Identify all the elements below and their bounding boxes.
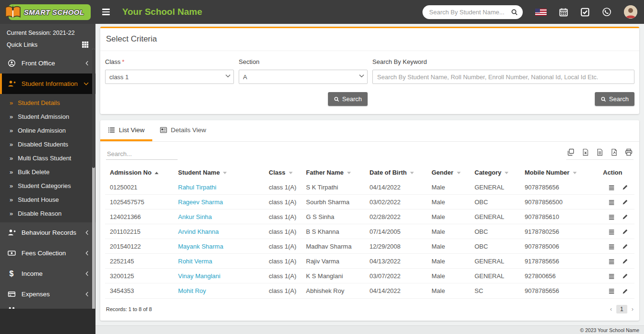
student-name-link[interactable]: Rageev Sharma [178,198,223,206]
row-edit-icon[interactable] [622,258,628,264]
col-action: Action [599,165,634,180]
sort-icon [347,172,351,174]
student-name-link[interactable]: Rohit Verma [178,258,212,265]
search-icon[interactable] [511,9,518,16]
sidebar-item-student-details[interactable]: » Student Details [0,96,95,110]
sort-icon [223,172,227,174]
card-title: Select Criteria [100,28,639,51]
row-edit-icon[interactable] [622,229,628,235]
copy-icon[interactable] [567,148,575,156]
student-name-link[interactable]: Mayank Sharma [178,243,223,250]
table-row: 2252145 Rohit Verma class 1(A) Rajiv Var… [105,254,634,269]
quick-links-label: Quick Links [7,42,38,48]
global-student-search-input[interactable] [429,9,511,16]
sort-icon [505,172,508,174]
double-angle-icon: » [10,99,13,106]
keyword-search-button[interactable]: Search [595,92,634,106]
sidebar-item-multi-class-student[interactable]: » Multi Class Student [0,151,95,165]
row-edit-icon[interactable] [622,243,628,250]
student-name-link[interactable]: Vinay Manglani [178,272,221,280]
quick-links-grid-icon[interactable] [82,41,89,48]
sidebar-item-fees-collection[interactable]: Fees Collection [0,243,95,263]
tab-list-view[interactable]: List View [100,120,152,141]
col-student-name[interactable]: Student Name [174,165,265,180]
sidebar-item-expenses[interactable]: Expenses [0,284,95,304]
table-row: 1025457575 Rageev Sharma class 1(A) Sour… [105,195,634,209]
required-asterisk: * [122,58,125,65]
class-select[interactable]: class 1 [105,70,234,84]
task-check-icon[interactable] [581,8,590,17]
chevron-left-icon [85,250,89,256]
chevron-left-icon [85,230,89,235]
row-details-icon[interactable] [608,184,615,191]
col-category[interactable]: Category [471,165,521,180]
col-gender[interactable]: Gender [428,165,471,180]
tab-details-view[interactable]: Details View [152,120,214,141]
calendar-icon[interactable] [559,8,568,17]
pagination-page-1[interactable]: 1 [616,305,627,313]
export-pdf-icon[interactable] [611,148,618,156]
keyword-input[interactable] [372,70,634,84]
chevron-left-icon [85,61,89,66]
row-details-icon[interactable] [608,243,615,250]
row-details-icon[interactable] [608,258,615,265]
row-details-icon[interactable] [608,273,615,280]
col-father-name[interactable]: Father Name [302,165,366,180]
sidebar-item-student-categories[interactable]: » Student Categories [0,179,95,193]
print-icon[interactable] [625,148,633,156]
sidebar-item-online-admission[interactable]: » Online Admission [0,124,95,137]
row-details-icon[interactable] [608,214,615,220]
col-date-of-birth[interactable]: Date of Birth [366,165,428,180]
pagination-prev-icon[interactable]: ‹ [610,305,612,313]
export-excel-icon[interactable] [582,148,589,156]
sidebar-item-partial[interactable] [0,304,95,309]
language-flag-icon[interactable] [535,9,547,16]
sidebar-item-student-information[interactable]: Student Information [0,73,95,94]
table-filter-input[interactable] [106,148,178,160]
sidebar-toggle-hamburger-icon[interactable] [102,9,110,15]
sidebar-item-income[interactable]: $ Income [0,263,95,284]
col-admission-no[interactable]: Admission No [105,165,174,180]
col-mobile-number[interactable]: Mobile Number [521,165,599,180]
sidebar-scrollbar[interactable] [92,49,95,309]
row-edit-icon[interactable] [622,199,628,205]
sidebar-item-behaviour-records[interactable]: Behaviour Records [0,222,95,243]
dollar-icon: $ [7,270,16,278]
sidebar-item-student-house[interactable]: » Student House [0,193,95,207]
criteria-search-button[interactable]: Search [328,92,368,106]
row-edit-icon[interactable] [622,273,628,279]
table-row: 124021366 Ankur Sinha class 1(A) G S Sin… [105,209,634,224]
export-csv-icon[interactable] [596,148,603,156]
sidebar-item-bulk-delete[interactable]: » Bulk Delete [0,165,95,179]
pagination-next-icon[interactable]: › [632,305,633,313]
col-class[interactable]: Class [265,165,302,180]
user-avatar[interactable] [624,5,637,19]
quick-links[interactable]: Quick Links [7,41,89,48]
select-criteria-card: Select Criteria Class* class 1 [100,27,639,114]
student-name-link[interactable]: Arvind Khanna [178,228,219,235]
row-edit-icon[interactable] [622,214,628,220]
student-name-link[interactable]: Mohit Roy [178,287,206,294]
sidebar-item-front-office[interactable]: Front Office [0,53,95,73]
app-logo[interactable]: SMART SCHOOL [0,0,95,24]
student-name-link[interactable]: Rahul Tirpathi [178,184,216,191]
double-angle-icon: » [10,196,13,203]
sidebar-item-label: Income [21,270,42,277]
row-edit-icon[interactable] [622,288,628,294]
row-details-icon[interactable] [608,199,615,206]
row-details-icon[interactable] [608,288,615,294]
chevron-left-icon [85,271,89,276]
records-count: Records: 1 to 8 of 8 [106,306,152,312]
section-select[interactable]: A [239,70,368,84]
cash-card-icon [7,290,16,298]
sidebar-item-disabled-students[interactable]: » Disabled Students [0,137,95,151]
person-plus-icon [7,229,16,237]
double-angle-icon: » [10,113,13,120]
whatsapp-icon[interactable] [602,7,612,17]
student-name-link[interactable]: Ankur Sinha [178,213,212,220]
sort-asc-icon [155,172,158,174]
row-edit-icon[interactable] [622,184,628,190]
sidebar-item-disable-reason[interactable]: » Disable Reason [0,207,95,220]
sidebar-item-student-admission[interactable]: » Student Admission [0,110,95,124]
row-details-icon[interactable] [608,229,615,235]
